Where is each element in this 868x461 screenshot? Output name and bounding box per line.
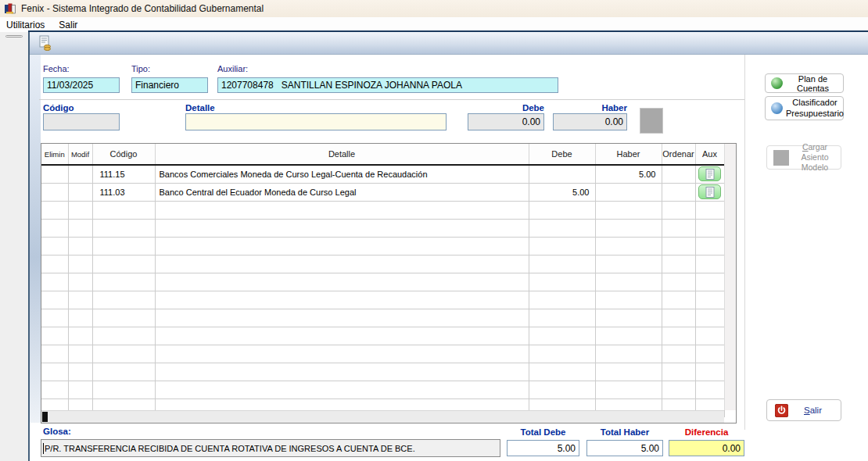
clasificador-presupuestario-button[interactable]: Clasificador Presupuestario [765,96,844,120]
application-window: Fenix - Sistema Integrado de Contabilida… [0,0,868,461]
panel-grip[interactable] [5,35,23,38]
cargar-mnemonic: C [802,142,809,152]
debe-input[interactable] [468,113,544,130]
aux-document-button[interactable] [698,166,721,181]
total-debe-label: Total Debe [507,427,579,437]
aux-document-button[interactable] [698,184,721,199]
grid-row-empty[interactable] [41,381,724,398]
detalle-input[interactable] [185,113,447,130]
diferencia-field[interactable] [669,440,744,456]
text-caret [43,443,44,454]
fecha-label: Fecha: [43,64,70,73]
column-header-aux: Aux [695,144,724,165]
glosa-field[interactable]: P/R. TRANSFERENCIA RECIBIDA DE CUENTA RO… [41,439,500,457]
total-haber-label: Total Haber [586,427,663,437]
auxiliar-label: Auxiliar: [217,64,248,73]
cargar-label-line2: Modelo [802,163,828,172]
grid-row-empty[interactable] [41,219,724,237]
grid-row-empty[interactable] [41,327,724,345]
plan-de-cuentas-button[interactable]: Plan de Cuentas [765,73,844,93]
app-icon[interactable] [4,2,16,15]
grid-row[interactable]: 111.03Banco Central del Ecuador Moneda d… [41,183,724,201]
tipo-label: Tipo: [131,64,150,73]
form-separator [39,99,744,100]
document-icon [705,169,715,180]
plan-de-cuentas-label: Plan de Cuentas [786,74,840,93]
vertical-scrollbar[interactable] [724,144,736,410]
toolbar [30,32,868,55]
power-icon [775,404,788,417]
column-header-ordenar: Ordenar [662,144,695,165]
column-header-codigo: Código [92,144,155,165]
debe-label: Debe [468,103,544,113]
column-header-detalle: Detalle [155,144,529,165]
tipo-field[interactable] [131,77,208,93]
title-bar: Fenix - Sistema Integrado de Contabilida… [0,0,868,17]
entries-grid: EliminModifCódigoDetalleDebeHaberOrdenar… [41,143,737,423]
menu-item-utilitarios[interactable]: Utilitarios [0,18,52,32]
form-right-divider [744,55,745,430]
green-sphere-icon [771,77,783,89]
new-entry-button[interactable] [36,34,55,53]
column-header-elimin: Elimin [41,144,68,165]
grid-row[interactable]: 111.15Bancos Comerciales Moneda de Curso… [41,165,724,183]
column-header-haber: Haber [595,144,662,165]
auxiliar-field[interactable] [217,77,558,93]
total-debe-field[interactable] [507,440,579,456]
grid-row-empty[interactable] [41,291,724,309]
grid-row-empty[interactable] [41,273,724,291]
haber-label: Haber [553,103,627,113]
collapsed-side-panel[interactable] [0,32,28,461]
entries-table: EliminModifCódigoDetalleDebeHaberOrdenar… [41,144,725,417]
gray-square-icon [773,150,789,166]
salir-label: alir [810,406,822,415]
add-entry-square-button[interactable] [640,108,663,134]
clasificador-label-line2: Presupuestario [786,109,844,118]
grid-row-empty[interactable] [41,201,724,219]
fecha-field[interactable] [43,77,120,93]
glosa-label: Glosa: [43,427,71,436]
column-header-debe: Debe [529,144,595,165]
window-title: Fenix - Sistema Integrado de Contabilida… [21,3,264,14]
blue-sphere-icon [771,102,783,114]
cargar-asiento-modelo-button[interactable]: Cargar Asiento Modelo [766,145,841,170]
grid-row-empty[interactable] [41,237,724,255]
left-gradient-strip [30,55,41,423]
detalle-label: Detalle [185,103,215,113]
document-icon [705,187,715,198]
diferencia-label: Diferencia [669,427,744,437]
horizontal-scrollbar-thumb[interactable] [42,412,48,422]
total-haber-field[interactable] [586,440,663,456]
haber-input[interactable] [553,113,627,130]
salir-mnemonic: S [804,406,810,415]
main-area: Fecha: Tipo: Auxiliar: Código Detalle De… [28,32,868,461]
grid-row-empty[interactable] [41,309,724,327]
codigo-label: Código [43,103,74,113]
grid-row-empty[interactable] [41,255,724,273]
column-header-modif: Modif [68,144,92,165]
document-coins-icon [38,35,52,51]
grid-row-empty[interactable] [41,363,724,381]
glosa-text: P/R. TRANSFERENCIA RECIBIDA DE CUENTA RO… [45,444,415,453]
grid-row-empty[interactable] [41,345,724,363]
salir-button[interactable]: Salir [766,399,841,421]
codigo-input[interactable] [43,113,120,130]
horizontal-scrollbar[interactable] [41,410,724,423]
clasificador-label-line1: Clasificador [792,98,837,107]
menu-item-salir[interactable]: Salir [52,18,85,32]
